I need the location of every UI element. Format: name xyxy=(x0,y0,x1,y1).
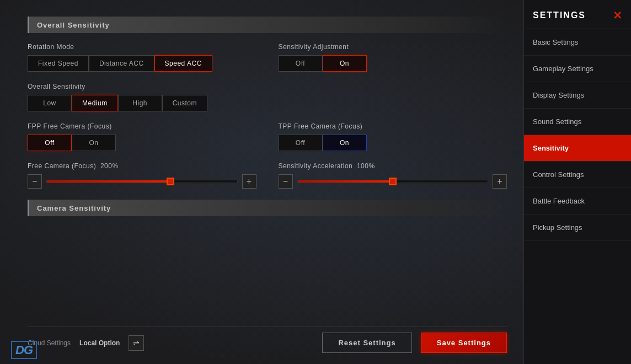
free-camera-focus-label: Free Camera (Focus) 200% xyxy=(28,162,256,170)
fpp-on[interactable]: On xyxy=(72,135,116,151)
camera-sensitivity-header: Camera Sensitivity xyxy=(28,200,507,216)
sensitivity-acceleration-track[interactable] xyxy=(297,180,489,183)
sliders-row: Free Camera (Focus) 200% − + Sensitivity… xyxy=(28,162,507,189)
free-camera-focus-track[interactable] xyxy=(46,180,238,183)
camera-sensitivity-title: Camera Sensitivity xyxy=(37,204,111,212)
sensitivity-adjustment-col: Sensitivity Adjustment Off On xyxy=(279,43,507,72)
free-camera-focus-col: Free Camera (Focus) 200% − + xyxy=(28,162,256,189)
fpp-off[interactable]: Off xyxy=(28,135,72,151)
fpp-tpp-row: FPP Free Camera (Focus) Off On TPP Free … xyxy=(28,122,507,151)
sensitivity-acceleration-label: Sensitivity Acceleration 100% xyxy=(279,162,507,170)
sidebar-item-gameplay-settings[interactable]: Gameplay Settings xyxy=(524,56,631,82)
fpp-col: FPP Free Camera (Focus) Off On xyxy=(28,122,256,151)
watermark-text: DG xyxy=(11,341,37,359)
sensitivity-acceleration-col: Sensitivity Acceleration 100% − + xyxy=(279,162,507,189)
sensitivity-adjustment-label: Sensitivity Adjustment xyxy=(279,43,507,51)
sidebar: SETTINGS ✕ Basic Settings Gameplay Setti… xyxy=(523,0,631,364)
sensitivity-custom[interactable]: Custom xyxy=(162,95,207,111)
fpp-label: FPP Free Camera (Focus) xyxy=(28,122,256,130)
watermark: DG xyxy=(11,343,37,357)
sensitivity-high[interactable]: High xyxy=(118,95,162,111)
free-camera-focus-increase[interactable]: + xyxy=(242,174,256,189)
sensitivity-acceleration-decrease[interactable]: − xyxy=(279,174,293,189)
sensitivity-acceleration-increase[interactable]: + xyxy=(493,174,507,189)
bottom-bar: Cloud Settings Local Option ⇌ Reset Sett… xyxy=(28,326,507,353)
sensitivity-adjustment-group: Off On xyxy=(279,55,507,72)
tpp-group: Off On xyxy=(279,135,507,151)
sidebar-item-battle-feedback[interactable]: Battle Feedback xyxy=(524,188,631,215)
sensitivity-medium[interactable]: Medium xyxy=(72,95,118,111)
content-panel: Overall Sensitivity Rotation Mode Fixed … xyxy=(0,0,523,364)
overall-sensitivity-group: Low Medium High Custom xyxy=(28,95,507,111)
tpp-on[interactable]: On xyxy=(323,135,367,151)
sensitivity-adj-on[interactable]: On xyxy=(323,55,367,72)
sidebar-item-basic-settings[interactable]: Basic Settings xyxy=(524,29,631,56)
save-settings-button[interactable]: Save Settings xyxy=(421,333,507,353)
tpp-col: TPP Free Camera (Focus) Off On xyxy=(279,122,507,151)
tpp-off[interactable]: Off xyxy=(279,135,323,151)
free-camera-focus-fill xyxy=(47,180,170,183)
sidebar-item-control-settings[interactable]: Control Settings xyxy=(524,162,631,188)
sidebar-title: SETTINGS xyxy=(533,10,586,20)
overall-sensitivity-header: Overall Sensitivity xyxy=(28,17,507,33)
transfer-button[interactable]: ⇌ xyxy=(129,335,144,351)
free-camera-focus-thumb[interactable] xyxy=(167,178,174,185)
close-icon[interactable]: ✕ xyxy=(613,9,622,22)
free-camera-focus-decrease[interactable]: − xyxy=(28,174,42,189)
fpp-group: Off On xyxy=(28,135,256,151)
rotation-distance-acc[interactable]: Distance ACC xyxy=(89,55,154,72)
overall-sensitivity-selector-row: Overall Sensitivity Low Medium High Cust… xyxy=(28,83,507,111)
sidebar-item-sound-settings[interactable]: Sound Settings xyxy=(524,109,631,135)
sensitivity-acceleration-slider-row: − + xyxy=(279,174,507,189)
overall-sensitivity-selector-label: Overall Sensitivity xyxy=(28,83,507,90)
sensitivity-acceleration-fill xyxy=(298,180,393,183)
rotation-mode-col: Rotation Mode Fixed Speed Distance ACC S… xyxy=(28,43,256,72)
sensitivity-acceleration-thumb[interactable] xyxy=(389,178,397,185)
local-option-label: Local Option xyxy=(79,339,120,347)
sidebar-item-pickup-settings[interactable]: Pickup Settings xyxy=(524,215,631,241)
rotation-sensitivity-row: Rotation Mode Fixed Speed Distance ACC S… xyxy=(28,43,507,72)
rotation-speed-acc[interactable]: Speed ACC xyxy=(154,55,212,72)
sensitivity-low[interactable]: Low xyxy=(28,95,72,111)
rotation-mode-group: Fixed Speed Distance ACC Speed ACC xyxy=(28,55,256,72)
tpp-label: TPP Free Camera (Focus) xyxy=(279,122,507,130)
rotation-fixed-speed[interactable]: Fixed Speed xyxy=(28,55,89,72)
sidebar-item-sensitivity[interactable]: Sensitivity xyxy=(524,135,631,162)
rotation-mode-label: Rotation Mode xyxy=(28,43,256,51)
sidebar-item-display-settings[interactable]: Display Settings xyxy=(524,82,631,109)
free-camera-focus-slider-row: − + xyxy=(28,174,256,189)
overall-sensitivity-title: Overall Sensitivity xyxy=(37,21,110,29)
reset-settings-button[interactable]: Reset Settings xyxy=(322,333,411,353)
sidebar-title-bar: SETTINGS ✕ xyxy=(524,0,631,29)
sensitivity-adj-off[interactable]: Off xyxy=(279,55,323,72)
